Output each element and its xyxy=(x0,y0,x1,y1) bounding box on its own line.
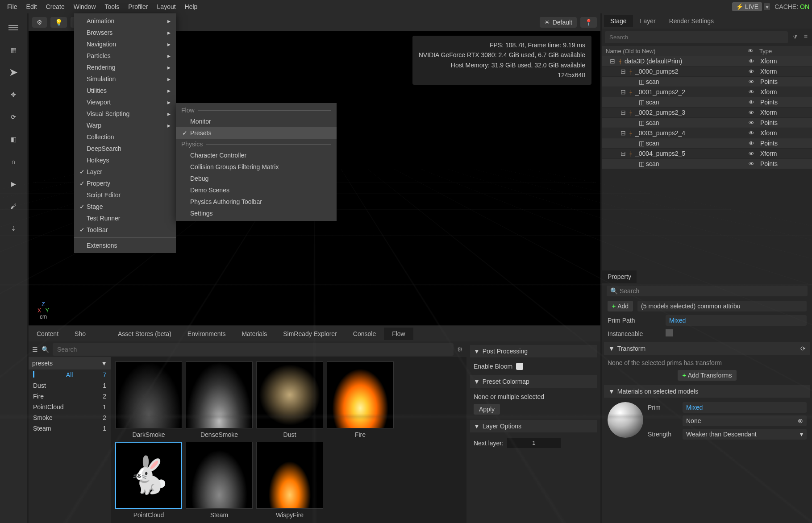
visibility-toggle[interactable] xyxy=(742,68,760,75)
expand-toggle[interactable]: ⊟ xyxy=(620,150,626,157)
funnel-icon[interactable]: ⧩ xyxy=(791,31,800,43)
stage-row[interactable]: ◫scanPoints xyxy=(602,159,812,169)
hamburger-icon[interactable]: ≡ xyxy=(802,31,809,43)
move-tool-icon[interactable]: ✥ xyxy=(4,86,22,104)
stage-col-name[interactable]: Name (Old to New) xyxy=(606,48,741,54)
visibility-toggle[interactable] xyxy=(742,119,760,126)
menu-help[interactable]: Help xyxy=(180,1,202,12)
menu-tools[interactable]: Tools xyxy=(100,1,124,12)
stage-row[interactable]: ⊟⟊_0001_pumps2_2Xform xyxy=(602,87,812,97)
shading-dropdown[interactable]: ☀ Default xyxy=(540,17,577,28)
window-menu-item-simulation[interactable]: Simulation▸ xyxy=(74,73,176,85)
snap-tool-icon[interactable]: ∩ xyxy=(4,153,22,170)
live-indicator[interactable]: ⚡ LIVE xyxy=(732,2,762,11)
submenu-item-debug[interactable]: Debug xyxy=(176,173,337,184)
window-menu-item-stage[interactable]: ✓Stage xyxy=(74,201,176,212)
window-menu-item-collection[interactable]: Collection xyxy=(74,131,176,143)
visibility-toggle[interactable] xyxy=(742,140,760,147)
window-menu-item-browsers[interactable]: Browsers▸ xyxy=(74,27,176,38)
settings-icon[interactable]: ⚙ xyxy=(32,17,47,28)
rotate-tool-icon[interactable]: ⟳ xyxy=(4,108,22,126)
prim-path-field[interactable]: Mixed xyxy=(666,315,807,326)
property-tab[interactable]: Property xyxy=(602,270,637,283)
window-menu-item-property[interactable]: ✓Property xyxy=(74,178,176,189)
location-pin-icon[interactable]: 📍 xyxy=(580,17,597,28)
window-menu-item-animation[interactable]: Animation▸ xyxy=(74,15,176,27)
stage-row[interactable]: ⊟⟊_0004_pumps2_5Xform xyxy=(602,149,812,158)
select-tool-icon[interactable]: ➤ xyxy=(4,63,22,81)
window-menu-item-toolbar[interactable]: ✓ToolBar xyxy=(74,224,176,236)
submenu-item-character-controller[interactable]: Character Controller xyxy=(176,149,337,161)
stage-tab-stage[interactable]: Stage xyxy=(604,15,633,27)
stage-search-input[interactable] xyxy=(605,31,788,43)
expand-toggle[interactable]: ⊟ xyxy=(620,129,626,137)
menu-icon[interactable] xyxy=(4,19,22,37)
transform-section-header[interactable]: ▼ Transform⟳ xyxy=(604,342,810,355)
submenu-item-presets[interactable]: ✓Presets xyxy=(176,127,337,139)
expand-toggle[interactable]: ⊟ xyxy=(620,88,626,95)
window-menu-item-script-editor[interactable]: Script Editor xyxy=(74,189,176,201)
selection-mode-icon[interactable]: ▦ xyxy=(4,41,22,59)
expand-toggle[interactable]: ⊟ xyxy=(609,58,616,65)
window-menu-item-hotkeys[interactable]: Hotkeys xyxy=(74,154,176,166)
window-menu: Animation▸Browsers▸Navigation▸Particles▸… xyxy=(74,13,176,253)
submenu-item-collision-groups-filtering-matrix[interactable]: Collision Groups Filtering Matrix xyxy=(176,161,337,173)
light-icon[interactable]: 💡 xyxy=(50,17,67,28)
visibility-toggle[interactable] xyxy=(742,99,760,106)
stage-row[interactable]: ⊟⟊_0002_pumps2_3Xform xyxy=(602,108,812,117)
expand-toggle[interactable]: ⊟ xyxy=(620,68,626,75)
window-menu-item-particles[interactable]: Particles▸ xyxy=(74,50,176,62)
xform-icon: ⟊ xyxy=(626,88,635,95)
stage-row[interactable]: ◫scanPoints xyxy=(602,97,812,107)
window-menu-item-visual-scripting[interactable]: Visual Scripting▸ xyxy=(74,108,176,120)
visibility-toggle[interactable] xyxy=(742,129,760,137)
stage-tab-layer[interactable]: Layer xyxy=(634,15,662,27)
menu-edit[interactable]: Edit xyxy=(22,1,42,12)
menu-create[interactable]: Create xyxy=(42,1,69,12)
window-menu-item-extensions[interactable]: Extensions xyxy=(74,240,176,251)
stage-tab-render-settings[interactable]: Render Settings xyxy=(663,15,720,27)
stage-col-type[interactable]: Type xyxy=(759,48,808,54)
stage-row[interactable]: ⊟⟊data3D (defaultPrim)Xform xyxy=(602,56,812,66)
close-icon[interactable]: ⊗ xyxy=(798,417,803,424)
cache-state[interactable]: ON xyxy=(800,3,809,10)
submenu-item-settings[interactable]: Settings xyxy=(176,208,337,219)
stage-row[interactable]: ◫scanPoints xyxy=(602,118,812,128)
expand-toggle[interactable]: ⊟ xyxy=(620,109,626,116)
menu-profiler[interactable]: Profiler xyxy=(124,1,152,12)
scale-tool-icon[interactable]: ◧ xyxy=(4,130,22,148)
menu-layout[interactable]: Layout xyxy=(153,1,180,12)
submenu-item-monitor[interactable]: Monitor xyxy=(176,116,337,127)
submenu-item-physics-authoring-toolbar[interactable]: Physics Authoring Toolbar xyxy=(176,196,337,208)
live-dropdown[interactable]: ▾ xyxy=(764,3,770,10)
window-menu-item-rendering[interactable]: Rendering▸ xyxy=(74,62,176,73)
visibility-toggle[interactable] xyxy=(742,109,760,116)
window-menu-item-test-runner[interactable]: Test Runner xyxy=(74,212,176,224)
visibility-toggle[interactable] xyxy=(742,58,760,65)
menu-window[interactable]: Window xyxy=(69,1,100,12)
window-menu-item-deepsearch[interactable]: DeepSearch xyxy=(74,143,176,154)
material-none-select[interactable]: None⊗ xyxy=(683,415,807,426)
window-menu-item-navigation[interactable]: Navigation▸ xyxy=(74,38,176,50)
reset-icon[interactable]: ⟳ xyxy=(800,345,806,352)
window-menu-item-warp[interactable]: Warp▸ xyxy=(74,120,176,131)
stage-row[interactable]: ⊟⟊_0000_pumps2Xform xyxy=(602,66,812,76)
stage-row[interactable]: ◫scanPoints xyxy=(602,77,812,87)
window-menu-item-layer[interactable]: ✓Layer xyxy=(74,166,176,178)
visibility-toggle[interactable] xyxy=(742,78,760,85)
window-menu-item-viewport[interactable]: Viewport▸ xyxy=(74,96,176,108)
visibility-toggle[interactable] xyxy=(742,160,760,167)
stage-row[interactable]: ⊟⟊_0003_pumps2_4Xform xyxy=(602,128,812,138)
visibility-column-icon[interactable] xyxy=(741,48,759,54)
property-search-input[interactable]: 🔍 Search xyxy=(607,286,808,296)
instanceable-checkbox[interactable] xyxy=(666,329,673,336)
visibility-toggle[interactable] xyxy=(742,150,760,157)
add-button[interactable]: +Add xyxy=(608,301,633,311)
material-prim-field[interactable]: Mixed xyxy=(683,402,807,413)
window-menu-item-utilities[interactable]: Utilities▸ xyxy=(74,85,176,96)
submenu-item-demo-scenes[interactable]: Demo Scenes xyxy=(176,184,337,196)
visibility-toggle[interactable] xyxy=(742,88,760,95)
stage-row[interactable]: ◫scanPoints xyxy=(602,138,812,148)
add-transforms-button[interactable]: +Add Transforms xyxy=(678,370,736,381)
menu-file[interactable]: File xyxy=(3,1,22,12)
